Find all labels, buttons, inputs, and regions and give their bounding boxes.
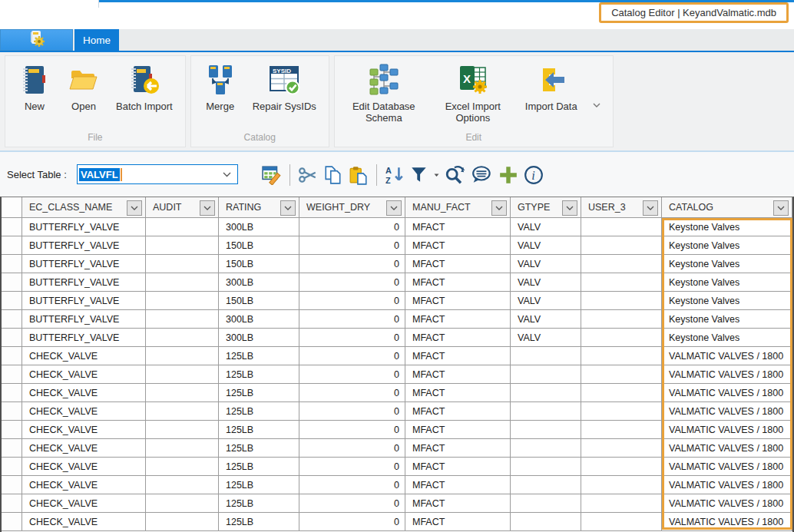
grid-cell[interactable]: BUTTERFLY_VALVE <box>22 329 146 347</box>
column-filter-dropdown[interactable] <box>562 200 577 216</box>
grid-cell[interactable]: Keystone Valves <box>662 218 792 236</box>
column-header-audit[interactable]: AUDIT <box>146 197 219 218</box>
row-selector[interactable] <box>2 439 22 458</box>
table-row[interactable]: BUTTERFLY_VALVE300LB0MFACTVALVKeystone V… <box>2 218 792 236</box>
grid-cell[interactable]: 0 <box>299 439 405 458</box>
merge-button[interactable]: Merge <box>203 63 237 112</box>
table-row[interactable]: BUTTERFLY_VALVE150LB0MFACTVALVKeystone V… <box>2 236 792 255</box>
table-row[interactable]: CHECK_VALVE125LB0MFACTVALMATIC VALVES / … <box>2 402 792 421</box>
paste-icon[interactable] <box>349 165 369 185</box>
grid-cell[interactable] <box>146 513 219 531</box>
grid-cell[interactable]: 0 <box>299 384 405 402</box>
row-selector[interactable] <box>2 384 22 402</box>
table-row[interactable]: BUTTERFLY_VALVE150LB0MFACTVALVKeystone V… <box>2 255 792 273</box>
filter-dropdown-caret[interactable] <box>434 173 439 177</box>
grid-cell[interactable]: 125LB <box>219 421 299 439</box>
grid-cell[interactable] <box>146 218 219 236</box>
grid-cell[interactable]: 0 <box>299 402 405 421</box>
grid-cell[interactable]: VALV <box>511 255 581 273</box>
grid-cell[interactable] <box>511 402 581 421</box>
grid-cell[interactable]: MFACT <box>405 458 511 476</box>
grid-cell[interactable]: 0 <box>299 310 405 329</box>
row-selector[interactable] <box>2 236 22 255</box>
grid-cell[interactable]: MFACT <box>405 347 511 365</box>
grid-cell[interactable]: BUTTERFLY_VALVE <box>22 255 146 273</box>
edit-database-schema-button[interactable]: Edit Database Schema <box>347 63 421 124</box>
grid-cell[interactable] <box>511 365 581 384</box>
grid-cell[interactable] <box>581 494 662 513</box>
grid-cell[interactable]: VALV <box>511 310 581 329</box>
table-row[interactable]: BUTTERFLY_VALVE150LB0MFACTVALVKeystone V… <box>2 292 792 310</box>
table-row[interactable]: CHECK_VALVE125LB0MFACTVALMATIC VALVES / … <box>2 347 792 365</box>
column-filter-dropdown[interactable] <box>386 200 402 216</box>
table-row[interactable]: CHECK_VALVE125LB0MFACTVALMATIC VALVES / … <box>2 494 792 513</box>
grid-cell[interactable]: MFACT <box>405 402 511 421</box>
grid-cell[interactable] <box>581 458 662 476</box>
table-row[interactable]: CHECK_VALVE125LB0MFACTVALMATIC VALVES / … <box>2 421 792 439</box>
grid-cell[interactable] <box>146 329 219 347</box>
grid-cell[interactable]: CHECK_VALVE <box>22 402 146 421</box>
grid-cell[interactable] <box>146 347 219 365</box>
grid-cell[interactable]: MFACT <box>405 329 511 347</box>
tab-home[interactable]: Home <box>74 29 119 51</box>
grid-cell[interactable] <box>146 402 219 421</box>
grid-cell[interactable] <box>511 439 581 458</box>
grid-cell[interactable]: 0 <box>299 365 405 384</box>
grid-cell[interactable]: MFACT <box>405 255 511 273</box>
grid-cell[interactable] <box>581 218 662 236</box>
grid-cell[interactable]: 150LB <box>219 255 299 273</box>
grid-cell[interactable] <box>146 476 219 494</box>
find-icon[interactable] <box>445 165 466 185</box>
table-row[interactable]: CHECK_VALVE125LB0MFACTVALMATIC VALVES / … <box>2 513 792 531</box>
grid-cell[interactable]: BUTTERFLY_VALVE <box>22 292 146 310</box>
edit-table-icon[interactable] <box>262 165 282 185</box>
grid-cell[interactable]: Keystone Valves <box>662 273 792 292</box>
grid-cell[interactable]: 150LB <box>219 236 299 255</box>
grid-cell[interactable] <box>146 494 219 513</box>
grid-cell[interactable]: Keystone Valves <box>662 329 792 347</box>
grid-cell[interactable]: 0 <box>299 236 405 255</box>
grid-cell[interactable]: CHECK_VALVE <box>22 458 146 476</box>
grid-cell[interactable]: CHECK_VALVE <box>22 439 146 458</box>
grid-cell[interactable]: VALMATIC VALVES / 1800 <box>662 402 792 421</box>
grid-cell[interactable]: 125LB <box>219 384 299 402</box>
new-button[interactable]: New <box>18 63 51 112</box>
grid-cell[interactable]: 125LB <box>219 458 299 476</box>
row-selector[interactable] <box>2 513 22 531</box>
row-selector-header[interactable] <box>2 197 22 218</box>
grid-cell[interactable] <box>581 310 662 329</box>
grid-cell[interactable]: CHECK_VALVE <box>22 513 146 531</box>
column-filter-dropdown[interactable] <box>773 200 789 216</box>
grid-cell[interactable]: VALMATIC VALVES / 1800 <box>662 365 792 384</box>
grid-cell[interactable]: CHECK_VALVE <box>22 365 146 384</box>
grid-cell[interactable] <box>581 513 662 531</box>
grid-cell[interactable]: VALMATIC VALVES / 1800 <box>662 347 792 365</box>
column-header-gtype[interactable]: GTYPE <box>511 197 581 218</box>
row-selector[interactable] <box>2 421 22 439</box>
grid-cell[interactable] <box>511 347 581 365</box>
grid-cell[interactable]: VALMATIC VALVES / 1800 <box>662 476 792 494</box>
grid-cell[interactable]: 0 <box>299 347 405 365</box>
row-selector[interactable] <box>2 329 22 347</box>
grid-cell[interactable]: CHECK_VALVE <box>22 384 146 402</box>
grid-cell[interactable]: MFACT <box>405 476 511 494</box>
grid-cell[interactable]: MFACT <box>405 310 511 329</box>
grid-cell[interactable]: Keystone Valves <box>662 236 792 255</box>
grid-cell[interactable]: 0 <box>299 218 405 236</box>
table-row[interactable]: CHECK_VALVE125LB0MFACTVALMATIC VALVES / … <box>2 439 792 458</box>
grid-cell[interactable] <box>511 494 581 513</box>
column-filter-dropdown[interactable] <box>491 200 507 216</box>
grid-cell[interactable]: 125LB <box>219 494 299 513</box>
grid-cell[interactable]: MFACT <box>405 236 511 255</box>
grid-cell[interactable]: MFACT <box>405 384 511 402</box>
grid-cell[interactable] <box>146 273 219 292</box>
row-selector[interactable] <box>2 292 22 310</box>
cut-icon[interactable] <box>298 165 318 185</box>
add-row-icon[interactable] <box>498 165 518 185</box>
column-header-catalog[interactable]: CATALOG <box>662 197 792 218</box>
grid-cell[interactable]: BUTTERFLY_VALVE <box>22 218 146 236</box>
grid-cell[interactable]: 300LB <box>219 273 299 292</box>
column-header-user_3[interactable]: USER_3 <box>581 197 662 218</box>
grid-cell[interactable]: CHECK_VALVE <box>22 476 146 494</box>
grid-cell[interactable]: BUTTERFLY_VALVE <box>22 273 146 292</box>
